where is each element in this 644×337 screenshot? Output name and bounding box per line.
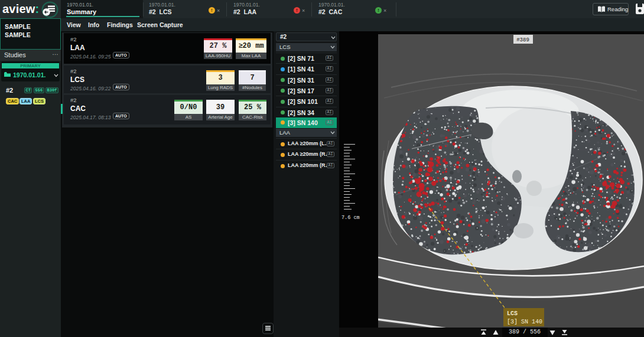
svg-text:LCS: LCS	[507, 310, 518, 317]
svg-text:#389: #389	[516, 37, 529, 43]
svg-text:[3] SN 140: [3] SN 140	[507, 319, 542, 325]
